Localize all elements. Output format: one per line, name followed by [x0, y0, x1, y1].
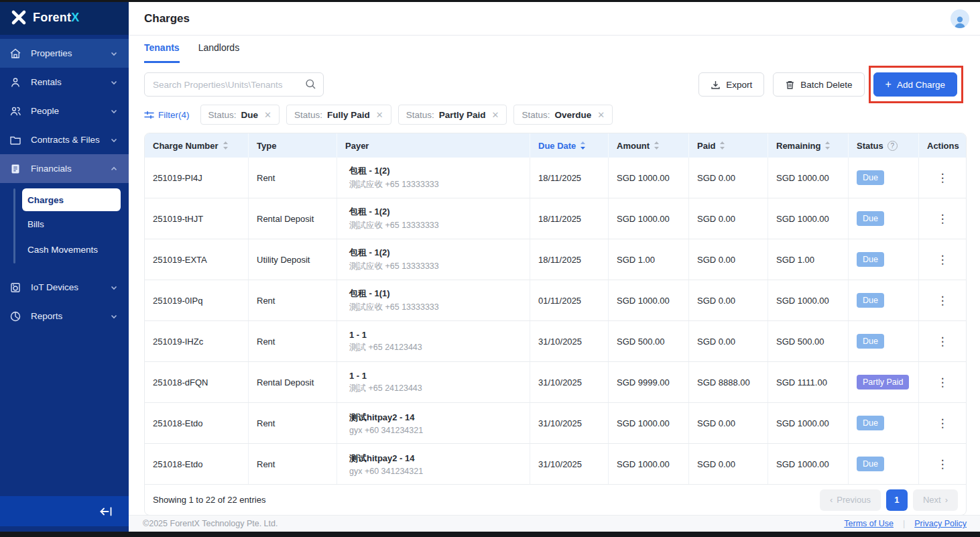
close-icon[interactable]: ✕	[264, 110, 271, 120]
column-label: Charge Number	[153, 141, 219, 151]
forentx-logo-icon	[11, 9, 27, 25]
footer-links: Terms of Use | Privacy Policy	[844, 519, 967, 528]
sidebar-item-people[interactable]: People	[0, 97, 129, 125]
help-icon[interactable]: ?	[887, 141, 898, 151]
chevron-down-icon	[110, 78, 118, 86]
kebab-menu-icon[interactable]: ⋮	[937, 336, 948, 347]
table-row[interactable]: 251019-PI4J Rent 包租 - 1(2) 測試应收 +65 1333…	[145, 158, 966, 198]
filter-label: Filter(4)	[158, 110, 190, 120]
close-icon[interactable]: ✕	[597, 110, 605, 120]
cell-paid: SGD 0.00	[689, 198, 768, 239]
sidebar-item-properties[interactable]: Properties	[0, 39, 129, 68]
filter-chip[interactable]: Status: Fully Paid ✕	[286, 105, 391, 125]
sidebar-subitem-cash-movements[interactable]: Cash Movements	[22, 239, 121, 259]
table-row[interactable]: 251019-IHZc Rent 1 - 1 測試 +65 24123443 3…	[145, 320, 966, 361]
cell-payer: 包租 - 1(1) 測試应收 +65 13333333	[337, 280, 530, 320]
filter-chips: Status: Due ✕ Status: Fully Paid ✕ Statu…	[200, 105, 613, 125]
sidebar-item-iot-devices[interactable]: IoT Devices	[0, 273, 129, 302]
cell-due-date: 31/10/2025	[530, 321, 609, 361]
payer-name: 包租 - 1(2)	[349, 206, 390, 218]
kebab-menu-icon[interactable]: ⋮	[937, 254, 948, 265]
kebab-menu-icon[interactable]: ⋮	[937, 418, 948, 429]
cell-status: Due	[849, 198, 919, 239]
column-header-payer: Payer	[337, 133, 530, 158]
previous-label: Previous	[837, 495, 871, 505]
tab-landlords[interactable]: Landlords	[198, 42, 240, 63]
add-charge-button[interactable]: + Add Charge	[873, 72, 957, 97]
column-header-due-date[interactable]: Due Date	[530, 133, 609, 158]
user-avatar[interactable]	[951, 9, 969, 28]
close-icon[interactable]: ✕	[376, 110, 383, 120]
chevron-down-icon	[110, 50, 118, 58]
cell-payer: 包租 - 1(2) 測試应收 +65 13333333	[337, 198, 530, 239]
cell-charge-number: 251018-Etdo	[145, 403, 249, 443]
column-header-amount[interactable]: Amount	[609, 133, 689, 158]
sidebar-item-rentals[interactable]: Rentals	[0, 68, 129, 97]
main-content: Charges Tenants Landlords Export Batch D…	[129, 2, 980, 532]
column-header-charge-number[interactable]: Charge Number	[145, 133, 249, 158]
cell-type: Rent	[249, 321, 337, 361]
cell-actions: ⋮	[919, 198, 966, 239]
column-header-remaining[interactable]: Remaining	[768, 133, 849, 158]
payer-contact: gyx +60 341234321	[349, 467, 423, 476]
person-icon	[9, 76, 21, 88]
sidebar-subitem-charges[interactable]: Charges	[22, 188, 121, 211]
table-row[interactable]: 251019-EXTA Utility Deposit 包租 - 1(2) 測試…	[145, 239, 966, 280]
export-button[interactable]: Export	[698, 72, 764, 97]
table-row[interactable]: 251018-Etdo Rent 测试hitpay2 - 14 gyx +60 …	[145, 443, 966, 484]
sidebar-item-reports[interactable]: Reports	[0, 302, 129, 331]
status-badge: Due	[857, 293, 884, 308]
close-icon[interactable]: ✕	[491, 110, 499, 120]
payer-contact: 測試 +65 24123443	[349, 342, 422, 353]
kebab-menu-icon[interactable]: ⋮	[937, 295, 948, 306]
filter-chip[interactable]: Status: Partly Paid ✕	[398, 105, 507, 125]
cell-payer: 包租 - 1(2) 測試应收 +65 13333333	[337, 239, 530, 280]
pager: ‹ Previous 1 Next ›	[820, 489, 958, 511]
payer-name: 包租 - 1(2)	[349, 165, 390, 177]
column-label: Payer	[345, 141, 369, 151]
page-1-button[interactable]: 1	[886, 489, 908, 511]
search-input[interactable]	[144, 72, 324, 97]
payer-name: 包租 - 1(1)	[349, 288, 390, 300]
search-icon[interactable]	[305, 78, 316, 90]
privacy-policy-link[interactable]: Privacy Policy	[914, 519, 967, 528]
payer-contact: 測試应收 +65 13333333	[349, 261, 439, 272]
window-bottom-edge	[0, 532, 980, 537]
terms-of-use-link[interactable]: Terms of Use	[844, 519, 894, 528]
sort-icon	[223, 141, 229, 150]
sidebar-subitem-bills[interactable]: Bills	[22, 214, 121, 234]
table-row[interactable]: 251018-dFQN Rental Deposit 1 - 1 測試 +65 …	[145, 361, 966, 402]
kebab-menu-icon[interactable]: ⋮	[937, 172, 948, 184]
filter-chip[interactable]: Status: Due ✕	[200, 105, 280, 125]
kebab-menu-icon[interactable]: ⋮	[937, 377, 948, 388]
sidebar-item-financials[interactable]: Financials	[0, 154, 129, 183]
table-row[interactable]: 251019-0IPq Rent 包租 - 1(1) 測試应收 +65 1333…	[145, 280, 966, 320]
cell-remaining: SGD 1000.00	[768, 280, 849, 320]
column-label: Status	[857, 141, 883, 151]
table-row[interactable]: 251019-tHJT Rental Deposit 包租 - 1(2) 測試应…	[145, 198, 966, 239]
payer-name: 1 - 1	[349, 330, 367, 340]
cell-amount: SGD 9999.00	[609, 362, 689, 402]
filter-chip[interactable]: Status: Overdue ✕	[513, 105, 613, 125]
cell-status: Due	[849, 321, 919, 361]
cell-actions: ⋮	[919, 444, 966, 484]
status-badge: Partly Paid	[857, 375, 909, 390]
table-row[interactable]: 251018-Etdo Rent 测试hitpay2 - 14 gyx +60 …	[145, 402, 966, 443]
brand-logo[interactable]: ForentX	[0, 0, 129, 35]
column-header-paid[interactable]: Paid	[689, 133, 768, 158]
tab-tenants[interactable]: Tenants	[144, 42, 180, 63]
toolbar-actions: Export Batch Delete + Add Charge	[698, 72, 967, 97]
previous-page-button[interactable]: ‹ Previous	[820, 489, 881, 511]
batch-delete-button[interactable]: Batch Delete	[773, 72, 864, 97]
filter-button[interactable]: Filter(4)	[144, 110, 190, 120]
sidebar-item-label: Rentals	[31, 77, 101, 87]
next-page-button[interactable]: Next ›	[913, 489, 958, 511]
kebab-menu-icon[interactable]: ⋮	[937, 213, 948, 225]
kebab-menu-icon[interactable]: ⋮	[937, 459, 948, 470]
sidebar-item-contracts-files[interactable]: Contracts & Files	[0, 125, 129, 154]
collapse-sidebar-icon[interactable]	[99, 505, 114, 518]
cell-paid: SGD 0.00	[689, 321, 768, 361]
column-header-actions: Actions	[919, 133, 967, 158]
cell-payer: 测试hitpay2 - 14 gyx +60 341234321	[337, 444, 530, 484]
people-icon	[9, 105, 21, 117]
